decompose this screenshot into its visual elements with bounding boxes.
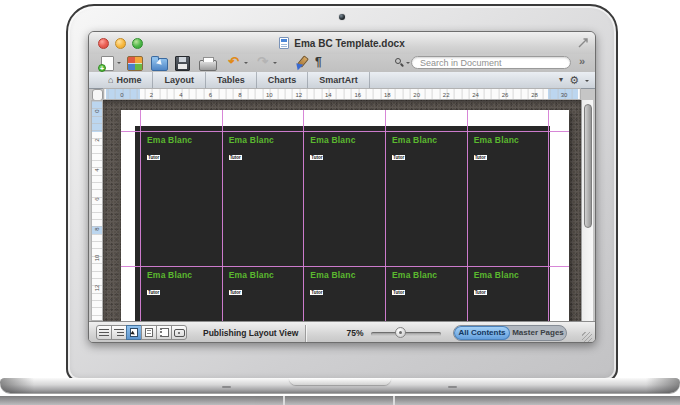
minimize-button[interactable] <box>115 38 126 49</box>
ruler-number: 18 <box>384 91 391 99</box>
open-icon[interactable] <box>151 58 168 71</box>
card-subtitle: Tutor <box>310 290 323 295</box>
zoom-level: 75% <box>335 322 375 343</box>
statusbar-tab-all-contents[interactable]: All Contents <box>454 326 510 340</box>
lid-notch <box>289 378 391 385</box>
card-name: Ema Blanc <box>474 271 519 280</box>
close-button[interactable] <box>98 38 109 49</box>
fullscreen-icon[interactable] <box>578 38 588 48</box>
business-card-text[interactable]: Ema BlancTutor <box>147 136 192 163</box>
ruler-number: 4 <box>92 165 102 175</box>
ribbon-tab-bar: ⌂HomeLayoutTablesChartsSmartArt ▾ ⚙ <box>89 72 595 89</box>
zoom-slider-thumb[interactable] <box>395 327 406 338</box>
search-icon[interactable] <box>395 58 405 68</box>
print-layout-view-button[interactable] <box>141 325 157 340</box>
layout-guide-vertical <box>303 110 304 321</box>
search-scope-dropdown-icon[interactable] <box>406 62 410 66</box>
publishing-layout-view-icon <box>130 328 138 337</box>
layout-guide-vertical <box>385 110 386 321</box>
layout-guide-vertical <box>222 110 223 321</box>
ruler-number: 26 <box>502 91 509 99</box>
redo-dropdown-icon[interactable] <box>273 62 277 66</box>
resize-grip-icon[interactable] <box>582 332 592 342</box>
webcam-icon <box>339 14 345 20</box>
statusbar-tab-master-pages[interactable]: Master Pages <box>510 326 566 340</box>
outline-view-button[interactable] <box>111 325 127 340</box>
business-card-text[interactable]: Ema BlancTutor <box>229 271 274 298</box>
view-switcher <box>96 325 186 340</box>
card-name: Ema Blanc <box>310 271 355 280</box>
laptop-reflection <box>0 396 680 405</box>
business-card-text[interactable]: Ema BlancTutor <box>392 271 437 298</box>
vertical-scrollbar[interactable] <box>581 100 593 321</box>
card-name: Ema Blanc <box>310 136 355 145</box>
print-layout-view-icon <box>145 328 153 337</box>
draft-view-button[interactable] <box>96 325 112 340</box>
standard-toolbar: ↶ ↷ ¶ » <box>89 54 595 73</box>
business-card-text[interactable]: Ema BlancTutor <box>229 136 274 163</box>
card-name: Ema Blanc <box>474 136 519 145</box>
card-subtitle: Tutor <box>392 290 405 295</box>
ruler-number: 10 <box>266 91 273 99</box>
ruler-number: 12 <box>295 91 302 99</box>
tab-label: Charts <box>268 73 297 88</box>
hinge-mark <box>448 386 457 388</box>
format-painter-icon[interactable] <box>293 56 307 69</box>
business-card-text[interactable]: Ema BlancTutor <box>310 271 355 298</box>
show-formatting-marks-icon[interactable]: ¶ <box>315 54 322 71</box>
view-mode-label: Publishing Layout View <box>203 322 298 343</box>
card-subtitle: Tutor <box>147 290 160 295</box>
notebook-layout-view-button[interactable] <box>156 325 172 340</box>
card-subtitle: Tutor <box>147 155 160 160</box>
layout-guide-vertical <box>467 110 468 321</box>
vertical-ruler: 024681012 <box>91 100 103 321</box>
card-name: Ema Blanc <box>147 136 192 145</box>
tab-layout[interactable]: Layout <box>153 72 206 88</box>
new-document-dropdown-icon[interactable] <box>117 62 121 66</box>
zoom-slider-track[interactable] <box>371 332 441 336</box>
document-page[interactable]: Ema BlancTutorEma BlancTutorEma BlancTut… <box>121 110 569 321</box>
tab-home[interactable]: ⌂Home <box>97 72 153 88</box>
ruler-number: 2 <box>150 91 153 99</box>
undo-dropdown-icon[interactable] <box>244 62 248 66</box>
layout-guide-vertical <box>140 110 141 321</box>
tab-tables[interactable]: Tables <box>206 72 257 88</box>
window-controls <box>98 38 143 49</box>
publishing-layout-view-button[interactable] <box>126 325 142 340</box>
business-card-text[interactable]: Ema BlancTutor <box>147 271 192 298</box>
business-card-text[interactable]: Ema BlancTutor <box>310 136 355 163</box>
ruler-number: 0 <box>92 106 102 116</box>
card-subtitle: Tutor <box>229 155 242 160</box>
new-document-icon[interactable] <box>101 56 114 71</box>
card-subtitle: Tutor <box>229 290 242 295</box>
content-tabs: All ContentsMaster Pages <box>453 325 567 341</box>
home-icon: ⌂ <box>108 75 113 85</box>
elements-gallery-icon[interactable] <box>127 56 143 71</box>
zoom-button[interactable] <box>132 38 143 49</box>
business-card-text[interactable]: Ema BlancTutor <box>392 136 437 163</box>
gear-dropdown-icon[interactable] <box>585 80 589 84</box>
scrollbar-thumb[interactable] <box>584 104 592 228</box>
more-toolbar-items-icon[interactable]: » <box>579 55 585 67</box>
undo-icon[interactable]: ↶ <box>228 54 239 70</box>
ruler-number: 28 <box>531 91 538 99</box>
save-icon[interactable] <box>175 56 190 71</box>
title-bar: Ema BC Template.docx <box>89 32 595 55</box>
ribbon-tabs: ⌂HomeLayoutTablesChartsSmartArt <box>97 72 370 88</box>
tab-charts[interactable]: Charts <box>257 72 309 88</box>
print-icon[interactable] <box>199 60 217 71</box>
divider <box>305 325 306 342</box>
focus-view-button[interactable] <box>171 325 187 340</box>
ruler-number: 22 <box>443 91 450 99</box>
collapse-ribbon-icon[interactable]: ▾ <box>559 76 563 84</box>
laptop-base <box>0 378 680 393</box>
gear-icon[interactable]: ⚙ <box>569 75 579 86</box>
ruler-number: 6 <box>92 194 102 204</box>
tab-smartart[interactable]: SmartArt <box>308 72 370 88</box>
business-card-text[interactable]: Ema BlancTutor <box>474 271 519 298</box>
redo-icon[interactable]: ↷ <box>257 54 268 70</box>
business-card-text[interactable]: Ema BlancTutor <box>474 136 519 163</box>
document-title: Ema BC Template.docx <box>294 38 404 49</box>
tab-label: Tables <box>217 73 245 88</box>
search-input[interactable] <box>411 56 571 69</box>
